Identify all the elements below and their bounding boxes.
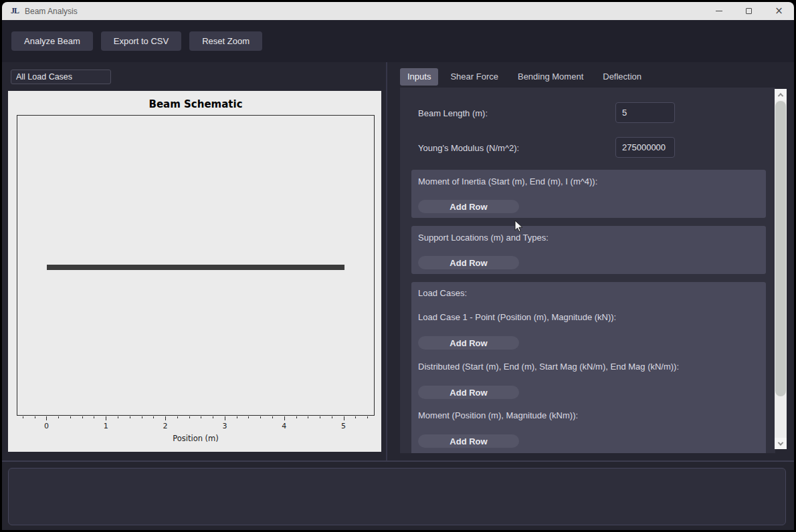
load-cases-label: Load Cases: [418,288,467,298]
chart-title: Beam Schematic [17,98,375,110]
export-csv-button[interactable]: Export to CSV [101,31,181,51]
form-scrollbar[interactable] [775,89,787,449]
add-row-distributed-button[interactable]: Add Row [418,386,519,399]
window-title: Beam Analysis [25,7,78,16]
x-tick-label: 2 [163,422,168,430]
x-tick-label: 3 [222,422,227,430]
minimize-button[interactable] [704,2,734,20]
x-minor-tick [142,416,142,418]
beam-length-input[interactable] [615,102,675,123]
x-major-tick [225,416,225,420]
load-case-selector[interactable]: All Load Cases [11,70,111,84]
youngs-modulus-label: Young's Modulus (N/m^2): [418,143,519,153]
youngs-modulus-input[interactable] [615,137,675,158]
chevron-up-icon [778,93,783,98]
moment-load-label: Moment (Position (m), Magnitude (kNm)): [418,410,578,420]
main-area: All Load Cases Beam Schematic 012345 Pos… [2,62,794,460]
window-controls: × [704,2,794,20]
beam-schematic-figure: Beam Schematic 012345 Position (m) [8,91,381,452]
tab-bending-moment[interactable]: Bending Moment [510,68,591,86]
add-row-point-load-button[interactable]: Add Row [418,336,519,350]
x-minor-tick [82,416,83,418]
analyze-beam-button[interactable]: Analyze Beam [11,31,93,51]
beam-line [47,265,344,270]
x-minor-tick [177,416,178,418]
add-row-inertia-button[interactable]: Add Row [418,200,519,213]
x-axis-label: Position (m) [17,434,375,443]
x-minor-tick [260,416,261,418]
beam-length-label: Beam Length (m): [418,108,488,118]
x-minor-tick [130,416,130,418]
x-major-tick [344,416,344,420]
x-minor-tick [272,416,273,418]
point-load-label: Load Case 1 - Point (Position (m), Magni… [418,312,616,322]
distributed-load-label: Distributed (Start (m), End (m), Start M… [418,362,679,372]
x-major-tick [106,416,106,420]
moment-of-inertia-group: Moment of Inertia (Start (m), End (m), I… [411,170,766,218]
close-button[interactable]: × [764,2,794,20]
x-minor-tick [332,416,332,418]
x-minor-tick [70,416,71,418]
load-cases-group: Load Cases: Load Case 1 - Point (Positio… [411,282,766,453]
x-minor-tick [320,416,320,418]
x-minor-tick [296,416,297,418]
x-minor-tick [367,416,368,418]
x-minor-tick [248,416,249,418]
x-tick-label: 5 [341,422,346,430]
chevron-down-icon [778,440,783,445]
x-axis: 012345 [17,416,375,424]
x-tick-label: 4 [282,422,286,430]
x-minor-tick [118,416,118,418]
x-minor-tick [237,416,237,418]
x-minor-tick [189,416,190,418]
x-minor-tick [308,416,308,418]
x-minor-tick [213,416,213,418]
x-minor-tick [201,416,201,418]
x-major-tick [284,416,285,420]
maximize-button[interactable] [734,2,764,20]
x-minor-tick [58,416,59,418]
plot-area[interactable] [17,115,375,416]
tab-shear-force[interactable]: Shear Force [443,68,506,86]
scroll-down-button[interactable] [775,438,787,449]
tab-inputs[interactable]: Inputs [400,68,438,86]
tab-deflection[interactable]: Deflection [595,68,649,86]
app-window: JL Beam Analysis × Analyze Beam Export t… [2,2,794,530]
toolbar: Analyze Beam Export to CSV Reset Zoom [2,20,794,62]
minimize-icon [716,11,722,11]
x-major-tick [46,416,47,420]
vertical-splitter[interactable] [386,62,387,460]
close-icon: × [775,6,783,16]
bottom-section [2,460,794,530]
x-minor-tick [35,416,35,418]
x-minor-tick [94,416,94,418]
supports-label: Support Locations (m) and Types: [418,233,549,243]
app-icon: JL [11,6,19,16]
x-minor-tick [23,416,23,418]
reset-zoom-button[interactable]: Reset Zoom [189,31,262,51]
scroll-up-button[interactable] [775,89,787,100]
results-output-box [8,468,786,525]
x-major-tick [165,416,166,420]
tab-bar: Inputs Shear Force Bending Moment Deflec… [400,68,649,86]
add-row-moment-button[interactable]: Add Row [418,434,519,448]
maximize-icon [746,8,752,14]
supports-group: Support Locations (m) and Types: Add Row [411,226,766,274]
x-tick-label: 0 [44,422,49,430]
title-bar: JL Beam Analysis × [2,2,794,20]
moment-of-inertia-label: Moment of Inertia (Start (m), End (m), I… [418,176,597,186]
add-row-supports-button[interactable]: Add Row [418,256,519,269]
x-minor-tick [153,416,154,418]
x-tick-label: 1 [104,422,108,430]
x-minor-tick [355,416,356,418]
scrollbar-thumb[interactable] [775,101,786,396]
inputs-pane: Beam Length (m): Young's Modulus (N/m^2)… [400,88,775,453]
